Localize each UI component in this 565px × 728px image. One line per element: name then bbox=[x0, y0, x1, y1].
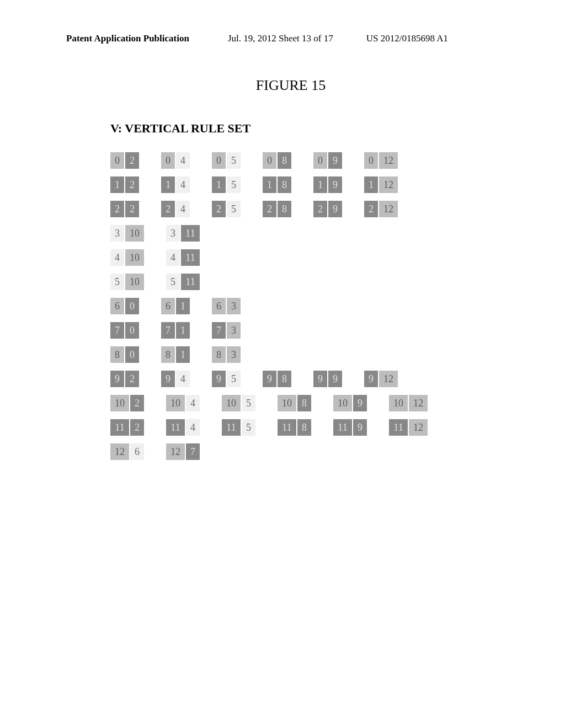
rule-pair: 70 bbox=[110, 322, 139, 339]
rule-cell-right: 2 bbox=[130, 419, 144, 436]
rule-cell-right: 11 bbox=[181, 249, 200, 266]
rule-cell-left: 11 bbox=[110, 419, 129, 436]
rule-row: 1021041051081091012 bbox=[110, 395, 515, 411]
rule-cell-left: 0 bbox=[263, 152, 276, 169]
rule-cell-right: 0 bbox=[125, 346, 139, 363]
rule-row: 9294959899912 bbox=[110, 371, 515, 387]
rule-pair: 73 bbox=[212, 322, 241, 339]
rule-pair: 19 bbox=[313, 176, 342, 193]
rule-cell-left: 9 bbox=[110, 371, 124, 387]
rule-row: 808183 bbox=[110, 346, 515, 363]
rule-cell-right: 3 bbox=[227, 298, 241, 314]
rule-pair: 410 bbox=[110, 249, 144, 266]
rule-pair: 80 bbox=[110, 346, 139, 363]
rule-cell-left: 10 bbox=[222, 395, 241, 411]
rule-cell-right: 5 bbox=[227, 371, 241, 387]
rule-cell-right: 4 bbox=[176, 152, 190, 169]
rule-pair: 112 bbox=[110, 419, 144, 436]
rule-row: 410411 bbox=[110, 249, 515, 266]
rule-pair: 212 bbox=[364, 201, 398, 217]
rule-cell-left: 8 bbox=[161, 346, 175, 363]
rule-cell-right: 8 bbox=[278, 176, 291, 193]
rule-pair: 95 bbox=[212, 371, 241, 387]
rule-pair: 104 bbox=[166, 395, 200, 411]
rule-pair: 102 bbox=[110, 395, 144, 411]
rule-row: 126127 bbox=[110, 443, 515, 460]
rule-row: 1214151819112 bbox=[110, 176, 515, 193]
rule-pair: 81 bbox=[161, 346, 190, 363]
rule-cell-left: 0 bbox=[110, 152, 124, 169]
rule-cell-right: 0 bbox=[125, 322, 139, 339]
rule-pair: 71 bbox=[161, 322, 190, 339]
rule-cell-left: 11 bbox=[222, 419, 241, 436]
rule-pair: 118 bbox=[278, 419, 311, 436]
rule-pair: 04 bbox=[161, 152, 190, 169]
rule-cell-left: 1 bbox=[313, 176, 327, 193]
rule-pair: 12 bbox=[110, 176, 139, 193]
page-header: Patent Application Publication Jul. 19, … bbox=[66, 33, 515, 44]
rule-cell-right: 9 bbox=[328, 371, 342, 387]
rule-pair: 114 bbox=[166, 419, 200, 436]
rule-pair: 1012 bbox=[389, 395, 428, 411]
rule-pair: 14 bbox=[161, 176, 190, 193]
rule-cell-right: 12 bbox=[379, 152, 398, 169]
header-mid: Jul. 19, 2012 Sheet 13 of 17 bbox=[228, 33, 333, 44]
rule-cell-right: 5 bbox=[227, 201, 241, 217]
rule-cell-left: 11 bbox=[166, 419, 185, 436]
rule-pair: 119 bbox=[333, 419, 367, 436]
rule-pair: 09 bbox=[313, 152, 342, 169]
rule-cell-right: 12 bbox=[379, 201, 398, 217]
rule-cell-left: 2 bbox=[364, 201, 378, 217]
rule-cell-left: 9 bbox=[161, 371, 175, 387]
rule-cell-right: 0 bbox=[125, 298, 139, 314]
rule-cell-left: 7 bbox=[212, 322, 226, 339]
rule-pair: 28 bbox=[263, 201, 291, 217]
rule-cell-right: 2 bbox=[125, 152, 139, 169]
rule-cell-left: 12 bbox=[166, 443, 185, 460]
rule-cell-right: 3 bbox=[227, 322, 241, 339]
rule-cell-right: 11 bbox=[181, 225, 200, 242]
rule-pair: 02 bbox=[110, 152, 139, 169]
rule-cell-left: 1 bbox=[263, 176, 276, 193]
rule-cell-left: 10 bbox=[166, 395, 185, 411]
rule-pair: 310 bbox=[110, 225, 144, 242]
rule-pair: 92 bbox=[110, 371, 139, 387]
rule-row: 510511 bbox=[110, 274, 515, 290]
rule-pair: 115 bbox=[222, 419, 255, 436]
rule-cell-right: 3 bbox=[227, 346, 241, 363]
rule-cell-right: 4 bbox=[176, 176, 190, 193]
rule-cell-left: 2 bbox=[313, 201, 327, 217]
rule-cell-right: 1 bbox=[176, 322, 190, 339]
rule-cell-left: 0 bbox=[161, 152, 175, 169]
rule-cell-left: 1 bbox=[110, 176, 124, 193]
rule-pair: 61 bbox=[161, 298, 190, 314]
rule-cell-right: 2 bbox=[125, 176, 139, 193]
section-title: V: VERTICAL RULE SET bbox=[110, 121, 515, 136]
rule-cell-left: 4 bbox=[110, 249, 124, 266]
rule-pair: 127 bbox=[166, 443, 200, 460]
rule-cell-right: 5 bbox=[242, 395, 255, 411]
figure-label: FIGURE 15 bbox=[66, 77, 515, 94]
rule-pair: 109 bbox=[333, 395, 367, 411]
rule-cell-left: 5 bbox=[166, 274, 180, 290]
rule-cell-left: 8 bbox=[212, 346, 226, 363]
rule-cell-right: 9 bbox=[328, 201, 342, 217]
rule-cell-left: 10 bbox=[333, 395, 352, 411]
rule-cell-left: 1 bbox=[212, 176, 226, 193]
rule-cell-right: 12 bbox=[379, 371, 398, 387]
rule-cell-left: 2 bbox=[161, 201, 175, 217]
rule-cell-left: 9 bbox=[313, 371, 327, 387]
rule-pair: 94 bbox=[161, 371, 190, 387]
rule-cell-right: 8 bbox=[278, 371, 291, 387]
rule-cell-left: 3 bbox=[166, 225, 180, 242]
rule-pair: 912 bbox=[364, 371, 398, 387]
rule-pair: 510 bbox=[110, 274, 144, 290]
rule-cell-left: 2 bbox=[110, 201, 124, 217]
rule-cell-left: 6 bbox=[212, 298, 226, 314]
rule-cell-left: 9 bbox=[212, 371, 226, 387]
rule-cell-right: 4 bbox=[186, 419, 200, 436]
rule-row: 2224252829212 bbox=[110, 201, 515, 217]
rule-cell-left: 10 bbox=[110, 395, 129, 411]
rule-cell-right: 2 bbox=[125, 371, 139, 387]
rule-cell-right: 5 bbox=[227, 152, 241, 169]
